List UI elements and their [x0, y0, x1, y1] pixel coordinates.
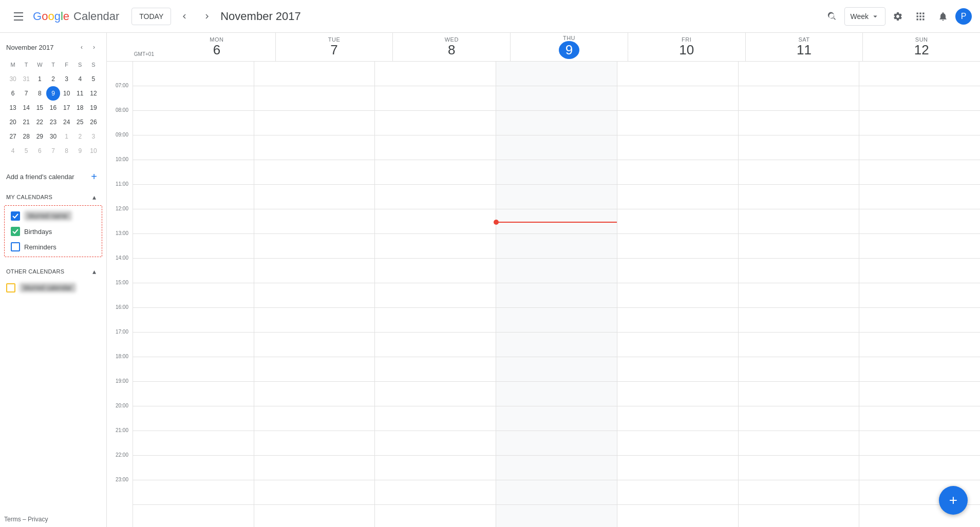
mini-cal-day[interactable]: 15: [33, 101, 46, 115]
mini-cal-day[interactable]: 1: [60, 129, 73, 144]
my-calendars-collapse-button[interactable]: ▴: [88, 191, 100, 203]
day-column[interactable]: [738, 62, 859, 527]
mini-cal-day[interactable]: 3: [87, 129, 100, 144]
mini-cal-day[interactable]: 30: [46, 129, 60, 144]
mini-cal-day[interactable]: 3: [60, 72, 73, 86]
settings-button[interactable]: [888, 6, 908, 27]
mini-cal-day[interactable]: 23: [46, 115, 60, 129]
mini-cal-day[interactable]: 9: [46, 86, 60, 101]
mini-cal-day[interactable]: 7: [20, 86, 33, 101]
mini-cal-day[interactable]: 12: [87, 86, 100, 101]
avatar[interactable]: P: [955, 8, 972, 25]
menu-button[interactable]: [8, 6, 29, 27]
hour-line: [859, 135, 980, 160]
mini-cal-day[interactable]: 4: [73, 72, 87, 86]
mini-cal-day[interactable]: 2: [46, 72, 60, 86]
mini-cal-day[interactable]: 10: [87, 144, 100, 158]
hour-line: [133, 283, 254, 308]
mini-cal-day[interactable]: 18: [73, 101, 87, 115]
mini-cal-day[interactable]: 11: [73, 86, 87, 101]
mini-cal-day[interactable]: 25: [73, 115, 87, 129]
day-column[interactable]: [496, 62, 617, 527]
calendar-checkbox-birthdays[interactable]: [11, 227, 20, 236]
mini-cal-prev-button[interactable]: ‹: [76, 41, 88, 53]
terms-link[interactable]: Terms: [4, 516, 21, 523]
list-item[interactable]: Reminders: [5, 239, 102, 255]
apps-button[interactable]: [910, 6, 931, 27]
other-calendars-collapse-button[interactable]: ▴: [88, 265, 100, 278]
privacy-link[interactable]: Privacy: [28, 516, 48, 523]
hour-line: [133, 456, 254, 480]
mini-cal-day[interactable]: 22: [33, 115, 46, 129]
create-event-fab[interactable]: +: [939, 486, 968, 515]
day-column[interactable]: [617, 62, 738, 527]
day-column[interactable]: [859, 62, 980, 527]
my-calendars-header[interactable]: My calendars ▴: [0, 189, 106, 205]
hour-line: [859, 160, 980, 185]
list-item[interactable]: Birthdays: [5, 224, 102, 239]
time-grid-scroll[interactable]: 07:0008:0009:0010:0011:0012:0013:0014:00…: [107, 62, 980, 527]
list-item[interactable]: blurred calendar: [0, 280, 106, 296]
hour-line: [739, 185, 859, 209]
hour-line: [133, 111, 254, 135]
add-friend-button[interactable]: +: [88, 170, 100, 183]
next-week-button[interactable]: [198, 7, 216, 26]
mini-cal-day[interactable]: 16: [46, 101, 60, 115]
hour-line: [617, 456, 738, 480]
day-column[interactable]: [374, 62, 496, 527]
mini-cal-day[interactable]: 29: [33, 129, 46, 144]
mini-cal-title: November 2017: [6, 44, 54, 51]
hour-line: [375, 234, 496, 259]
prev-week-button[interactable]: [175, 7, 194, 26]
mini-cal-day[interactable]: 28: [20, 129, 33, 144]
view-selector-dropdown[interactable]: Week: [844, 7, 885, 26]
day-column[interactable]: [133, 62, 254, 527]
hour-line: [496, 308, 617, 333]
mini-cal-day[interactable]: 1: [33, 72, 46, 86]
hour-line: [859, 333, 980, 357]
add-friend-section: Add a friend's calendar +: [0, 166, 106, 187]
calendar-checkbox-user[interactable]: [11, 211, 20, 221]
mini-cal-day-header-wed: W: [33, 57, 46, 72]
view-selector-label: Week: [850, 12, 869, 21]
mini-cal-day[interactable]: 8: [60, 144, 73, 158]
day-header-gutter: GMT+01: [133, 33, 158, 61]
mini-cal-day-header-sun: S: [87, 57, 100, 72]
mini-cal-day[interactable]: 5: [20, 144, 33, 158]
calendar-checkbox-reminders[interactable]: [11, 242, 20, 251]
today-button[interactable]: TODAY: [131, 8, 171, 25]
mini-cal-day[interactable]: 19: [87, 101, 100, 115]
list-item[interactable]: blurred name: [5, 208, 102, 224]
mini-cal-day[interactable]: 5: [87, 72, 100, 86]
mini-cal-day[interactable]: 30: [6, 72, 20, 86]
hour-line: [375, 382, 496, 406]
search-button[interactable]: [822, 6, 842, 27]
mini-cal-day[interactable]: 14: [20, 101, 33, 115]
mini-cal-day[interactable]: 4: [6, 144, 20, 158]
mini-cal-day[interactable]: 26: [87, 115, 100, 129]
notifications-button[interactable]: [933, 6, 953, 27]
mini-cal-day[interactable]: 8: [33, 86, 46, 101]
mini-cal-day[interactable]: 27: [6, 129, 20, 144]
mini-cal-day[interactable]: 6: [33, 144, 46, 158]
mini-cal-day[interactable]: 10: [60, 86, 73, 101]
mini-cal-day[interactable]: 13: [6, 101, 20, 115]
mini-cal-day[interactable]: 7: [46, 144, 60, 158]
hour-line: [254, 406, 375, 431]
mini-cal-day[interactable]: 21: [20, 115, 33, 129]
mini-cal-day[interactable]: 2: [73, 129, 87, 144]
hour-line: [375, 185, 496, 209]
hour-line: [617, 185, 738, 209]
day-column[interactable]: [254, 62, 375, 527]
mini-cal-day[interactable]: 24: [60, 115, 73, 129]
day-number-label: 7: [330, 43, 337, 57]
mini-cal-day[interactable]: 31: [20, 72, 33, 86]
mini-cal-day[interactable]: 9: [73, 144, 87, 158]
mini-cal-day[interactable]: 17: [60, 101, 73, 115]
hour-line: [133, 357, 254, 382]
mini-cal-day[interactable]: 20: [6, 115, 20, 129]
other-calendars-header[interactable]: Other calendars ▴: [0, 263, 106, 280]
mini-cal-next-button[interactable]: ›: [88, 41, 100, 53]
mini-cal-day[interactable]: 6: [6, 86, 20, 101]
calendar-checkbox-other[interactable]: [6, 283, 15, 292]
